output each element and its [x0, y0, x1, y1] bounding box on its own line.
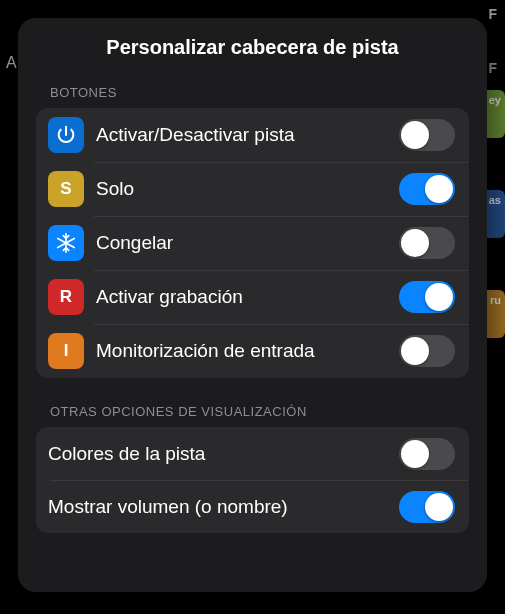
- row-label-freeze: Congelar: [96, 232, 399, 254]
- row-record: RActivar grabación: [36, 270, 469, 324]
- bg-letter-f1: F: [488, 6, 497, 22]
- bg-track-label: ru: [490, 294, 501, 306]
- row-label-record: Activar grabación: [96, 286, 399, 308]
- row-power: Activar/Desactivar pista: [36, 108, 469, 162]
- solo-icon: S: [48, 171, 84, 207]
- row-label-power: Activar/Desactivar pista: [96, 124, 399, 146]
- row-colors: Colores de la pista: [36, 427, 469, 480]
- customize-track-header-panel: Personalizar cabecera de pista BOTONES A…: [18, 18, 487, 592]
- switch-freeze[interactable]: [399, 227, 455, 259]
- row-solo: SSolo: [36, 162, 469, 216]
- bg-letter-a: A: [6, 54, 17, 72]
- panel-title: Personalizar cabecera de pista: [18, 18, 487, 81]
- switch-power[interactable]: [399, 119, 455, 151]
- switch-record[interactable]: [399, 281, 455, 313]
- bg-letter-f2: F: [488, 60, 497, 76]
- group-buttons: Activar/Desactivar pistaSSoloCongelarRAc…: [36, 108, 469, 378]
- switch-solo[interactable]: [399, 173, 455, 205]
- row-label-colors: Colores de la pista: [48, 443, 399, 465]
- power-icon: [48, 117, 84, 153]
- switch-volume[interactable]: [399, 491, 455, 523]
- freeze-icon: [48, 225, 84, 261]
- row-label-solo: Solo: [96, 178, 399, 200]
- group-other: Colores de la pistaMostrar volumen (o no…: [36, 427, 469, 533]
- section-header-other: OTRAS OPCIONES DE VISUALIZACIÓN: [18, 400, 487, 427]
- switch-colors[interactable]: [399, 438, 455, 470]
- section-header-buttons: BOTONES: [18, 81, 487, 108]
- switch-input[interactable]: [399, 335, 455, 367]
- row-input: IMonitorización de entrada: [36, 324, 469, 378]
- input-icon: I: [48, 333, 84, 369]
- row-volume: Mostrar volumen (o nombre): [36, 480, 469, 533]
- bg-track-label: ey: [489, 94, 501, 106]
- row-label-input: Monitorización de entrada: [96, 340, 399, 362]
- row-label-volume: Mostrar volumen (o nombre): [48, 496, 399, 518]
- bg-track-label: as: [489, 194, 501, 206]
- row-freeze: Congelar: [36, 216, 469, 270]
- record-icon: R: [48, 279, 84, 315]
